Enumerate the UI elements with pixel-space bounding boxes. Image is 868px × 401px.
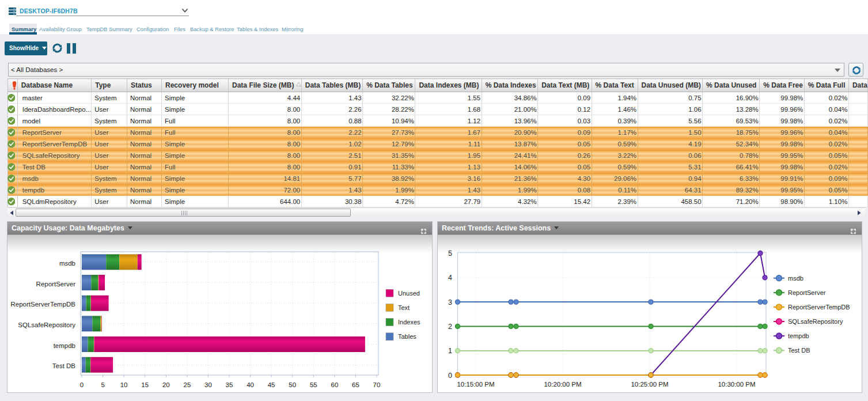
- svg-text:3: 3: [448, 298, 452, 307]
- svg-text:5: 5: [101, 381, 104, 388]
- svg-text:SQLsafeRepository: SQLsafeRepository: [18, 321, 75, 328]
- svg-text:Unused: Unused: [398, 290, 420, 297]
- svg-text:msdb: msdb: [59, 260, 75, 267]
- svg-text:0: 0: [448, 372, 452, 380]
- svg-text:10:15:00 PM: 10:15:00 PM: [457, 381, 494, 388]
- svg-text:10: 10: [120, 381, 128, 388]
- svg-text:20: 20: [162, 381, 170, 388]
- svg-text:55: 55: [310, 381, 317, 388]
- svg-text:Test DB: Test DB: [788, 347, 810, 354]
- svg-text:10:25:00 PM: 10:25:00 PM: [631, 381, 668, 388]
- svg-text:2: 2: [448, 323, 452, 331]
- svg-text:Text: Text: [398, 304, 410, 311]
- svg-text:5: 5: [448, 249, 452, 258]
- svg-text:tempdb: tempdb: [54, 342, 75, 349]
- svg-text:10:30:00 PM: 10:30:00 PM: [718, 381, 755, 388]
- svg-text:50: 50: [289, 381, 296, 388]
- svg-text:Tables: Tables: [398, 333, 416, 340]
- svg-text:tempdb: tempdb: [788, 332, 809, 339]
- svg-text:70: 70: [373, 381, 381, 388]
- svg-text:Test DB: Test DB: [52, 362, 76, 369]
- svg-text:Indexes: Indexes: [398, 319, 420, 326]
- svg-text:4: 4: [448, 274, 452, 282]
- svg-text:15: 15: [141, 381, 149, 388]
- svg-text:ReportServerTempDB: ReportServerTempDB: [788, 304, 850, 311]
- svg-text:ReportServerTempDB: ReportServerTempDB: [11, 301, 76, 308]
- svg-text:SQLsafeRepository: SQLsafeRepository: [788, 318, 843, 325]
- svg-text:30: 30: [204, 381, 212, 388]
- svg-text:65: 65: [352, 381, 359, 388]
- svg-text:ReportServer: ReportServer: [36, 281, 76, 287]
- svg-text:35: 35: [226, 381, 233, 388]
- svg-text:45: 45: [268, 381, 275, 388]
- svg-text:0: 0: [80, 381, 84, 388]
- svg-text:60: 60: [331, 381, 339, 388]
- svg-text:1: 1: [448, 347, 452, 355]
- svg-text:msdb: msdb: [788, 275, 803, 282]
- svg-text:40: 40: [247, 381, 254, 388]
- svg-text:ReportServer: ReportServer: [788, 289, 826, 296]
- svg-text:25: 25: [184, 381, 191, 388]
- svg-text:10:20:00 PM: 10:20:00 PM: [544, 381, 581, 388]
